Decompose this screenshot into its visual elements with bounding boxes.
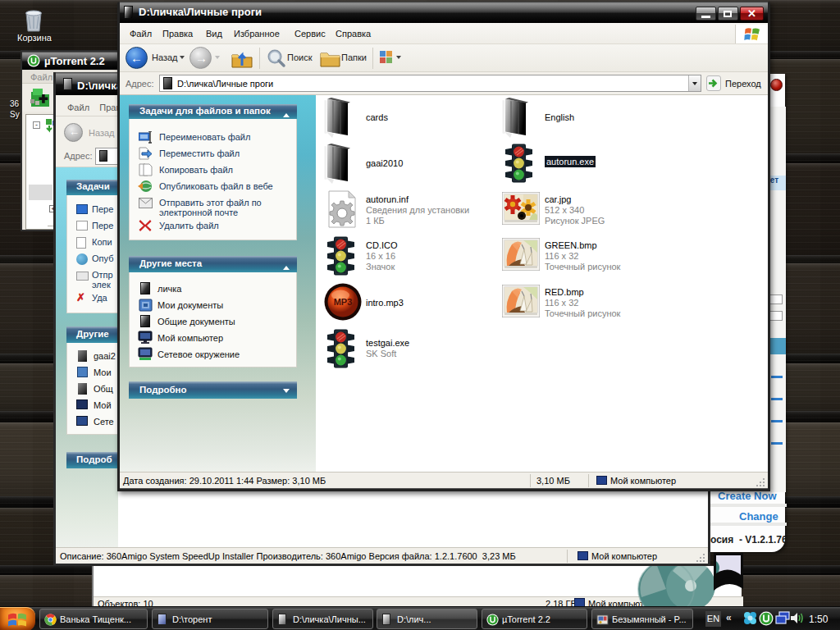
svg-text:MP3: MP3	[334, 297, 353, 307]
